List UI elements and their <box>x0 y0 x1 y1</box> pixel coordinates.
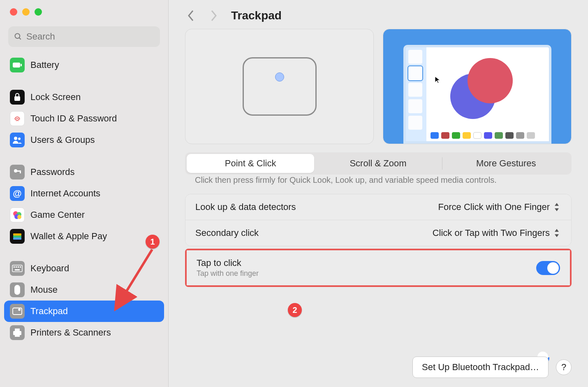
sidebar-item-label: Game Center <box>30 210 85 220</box>
tap-label: Tap to click <box>197 258 259 268</box>
sidebar-item-touch-id[interactable]: Touch ID & Password <box>4 108 164 129</box>
sidebar-item-battery[interactable]: Battery <box>4 54 164 76</box>
at-icon: @ <box>10 186 25 201</box>
sidebar-item-label: Touch ID & Password <box>30 113 117 124</box>
lookup-label: Look up & data detectors <box>195 202 296 212</box>
thumbnail <box>408 83 422 97</box>
sidebar-list: Battery Lock Screen Touch ID & Password <box>0 52 168 354</box>
swatch-icon <box>527 132 535 139</box>
sidebar-item-users-groups[interactable]: Users & Groups <box>4 129 164 151</box>
preview-row <box>185 29 572 144</box>
thumbnail-selected <box>408 66 422 80</box>
cursor-icon <box>435 76 440 84</box>
annotation-callout-2: 2 <box>288 303 302 317</box>
minimize-window-icon[interactable] <box>22 8 30 16</box>
back-button[interactable] <box>185 10 197 21</box>
close-window-icon[interactable] <box>10 8 17 16</box>
swatch-icon <box>441 132 449 139</box>
sidebar-item-passwords[interactable]: Passwords <box>4 161 164 183</box>
sidebar-item-label: Trackpad <box>30 306 68 317</box>
search-input[interactable] <box>26 31 154 42</box>
red-circle-icon <box>468 58 513 103</box>
secondary-select[interactable]: Click or Tap with Two Fingers <box>433 228 561 238</box>
lookup-select[interactable]: Force Click with One Finger <box>438 202 561 212</box>
sidebar-item-label: Users & Groups <box>30 135 95 145</box>
lock-icon <box>10 90 25 105</box>
sidebar-item-label: Internet Accounts <box>30 188 100 199</box>
window-controls <box>0 0 168 24</box>
setup-bluetooth-button[interactable]: Set Up Bluetooth Trackpad… <box>412 357 549 378</box>
svg-rect-14 <box>13 233 21 235</box>
key-icon <box>10 165 25 180</box>
svg-point-13 <box>17 215 21 219</box>
svg-rect-28 <box>15 334 20 337</box>
secondary-value: Click or Tap with Two Fingers <box>433 228 550 238</box>
tap-sublabel: Tap with one finger <box>197 269 259 278</box>
sidebar-item-trackpad[interactable]: Trackpad <box>4 301 164 322</box>
svg-rect-20 <box>18 266 19 268</box>
help-button[interactable]: ? <box>556 359 572 375</box>
sidebar-item-printers[interactable]: Printers & Scanners <box>4 322 164 343</box>
mouse-icon <box>10 282 25 297</box>
row-lookup: Look up & data detectors Force Click wit… <box>185 194 571 220</box>
swatch-icon <box>516 132 524 139</box>
gesture-video-preview <box>383 29 572 144</box>
svg-point-0 <box>15 33 20 38</box>
footer: Set Up Bluetooth Trackpad… ? <box>412 357 572 378</box>
toggle-knob-icon <box>547 262 559 274</box>
keyboard-icon <box>10 261 25 276</box>
users-icon <box>10 133 25 147</box>
tab-more-gestures[interactable]: More Gestures <box>442 154 570 173</box>
svg-rect-15 <box>13 235 21 238</box>
tab-bar: Point & Click Scroll & Zoom More Gesture… <box>185 152 572 175</box>
annotation-callout-1: 1 <box>146 235 160 249</box>
trackpad-icon <box>10 304 25 319</box>
battery-icon <box>10 58 25 72</box>
svg-rect-4 <box>14 96 20 101</box>
swatch-icon <box>463 132 471 139</box>
tab-scroll-zoom[interactable]: Scroll & Zoom <box>314 154 442 173</box>
sidebar-item-game-center[interactable]: Game Center <box>4 204 164 226</box>
video-thumbnails <box>406 47 426 141</box>
swatch-icon <box>431 132 439 139</box>
sidebar-item-keyboard[interactable]: Keyboard <box>4 258 164 279</box>
swatch-icon <box>452 132 460 139</box>
tap-to-click-toggle[interactable] <box>536 261 560 275</box>
sidebar-item-label: Passwords <box>30 167 75 177</box>
swatch-icon <box>495 132 503 139</box>
svg-rect-22 <box>15 269 20 270</box>
svg-rect-19 <box>16 266 17 268</box>
sidebar-item-label: Keyboard <box>30 263 69 274</box>
row-tap-to-click: Tap to click Tap with one finger <box>187 250 570 285</box>
sidebar-item-lock-screen[interactable]: Lock Screen <box>4 86 164 108</box>
zoom-window-icon[interactable] <box>35 8 42 16</box>
sidebar-item-internet-accounts[interactable]: @ Internet Accounts <box>4 183 164 204</box>
settings-group: Look up & data detectors Force Click wit… <box>185 194 572 246</box>
chevron-right-icon <box>210 10 218 21</box>
svg-rect-9 <box>20 172 21 173</box>
sidebar-item-label: Wallet & Apple Pay <box>30 231 107 242</box>
row-secondary-click: Secondary click Click or Tap with Two Fi… <box>185 220 571 246</box>
updown-icon <box>554 202 561 212</box>
svg-rect-16 <box>13 238 21 240</box>
tab-point-click[interactable]: Point & Click <box>187 154 314 173</box>
svg-rect-21 <box>20 266 21 268</box>
thumbnail <box>408 50 422 64</box>
sidebar-item-wallet[interactable]: Wallet & Apple Pay <box>4 226 164 247</box>
sidebar-item-mouse[interactable]: Mouse <box>4 279 164 301</box>
secondary-label: Secondary click <box>195 228 259 238</box>
search-icon <box>14 32 22 41</box>
search-field[interactable] <box>8 26 160 47</box>
video-canvas <box>426 47 549 141</box>
annotation-highlight-box: Tap to click Tap with one finger <box>185 249 572 287</box>
svg-marker-30 <box>555 208 559 211</box>
svg-marker-31 <box>555 229 559 232</box>
title-bar: Trackpad <box>185 9 572 22</box>
forward-button[interactable] <box>208 10 220 21</box>
svg-line-1 <box>19 38 21 40</box>
sidebar-item-label: Battery <box>30 60 59 70</box>
swatch-icon <box>505 132 514 139</box>
printer-icon <box>10 325 25 340</box>
wallet-icon <box>10 229 25 244</box>
main-content: Trackpad <box>169 0 588 387</box>
